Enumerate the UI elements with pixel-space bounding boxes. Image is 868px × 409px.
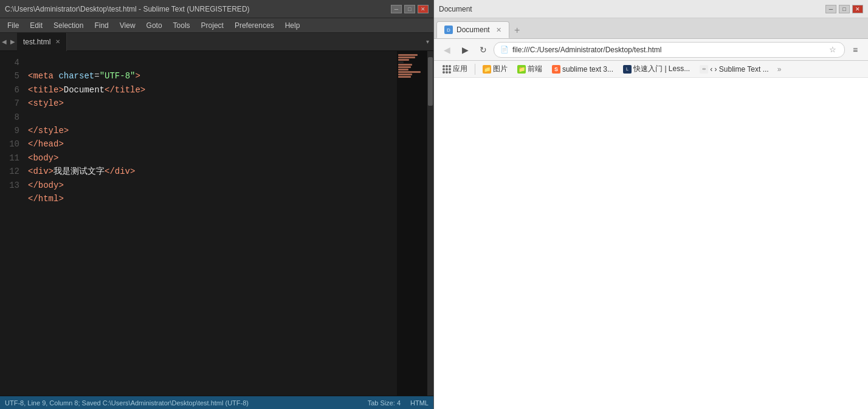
browser-title-text: Document <box>439 5 472 13</box>
menu-goto[interactable]: Goto <box>142 20 167 31</box>
statusbar-tabsize: Tab Size: 4 <box>368 399 401 407</box>
sublime-statusbar: UTF-8, Line 9, Column 8; Saved C:\Users\… <box>0 396 433 409</box>
bookmark-less-label: 快速入门 | Less... <box>633 64 690 74</box>
address-actions: ☆ <box>827 44 838 55</box>
address-file-icon: 📄 <box>500 46 509 53</box>
apps-grid-icon <box>443 65 451 74</box>
code-content[interactable]: <meta charset="UTF-8"> <title>Document</… <box>26 51 397 396</box>
browser-tab-title: Document <box>456 26 490 34</box>
sublime-window-controls: ─ □ ✕ <box>391 5 429 13</box>
bookmark-sublime3-icon: S <box>552 65 560 74</box>
sublime-tab-testhtml[interactable]: test.html ✕ <box>17 33 67 51</box>
browser-new-tab-button[interactable]: + <box>509 22 525 38</box>
line-numbers-gutter: 4 5 6 7 8 9 10 11 12 13 <box>0 51 26 396</box>
bookmark-sublime-text[interactable]: ‹› ‹ › Sublime Text ... <box>696 64 772 75</box>
sublime-tabbar: ◀ ▶ test.html ✕ ▾ <box>0 33 433 51</box>
bookmark-sublime3-label: sublime text 3... <box>562 65 613 74</box>
browser-content-area <box>434 78 868 409</box>
address-text: file:///C:/Users/Administrator/Desktop/t… <box>512 46 824 54</box>
tab-prev-button[interactable]: ◀ <box>0 33 9 51</box>
menu-project[interactable]: Project <box>196 20 229 31</box>
scrollbar-thumb[interactable] <box>428 57 433 106</box>
bookmark-frontend[interactable]: 📁 前端 <box>514 63 546 75</box>
browser-forward-button[interactable]: ▶ <box>457 42 473 58</box>
menu-tools[interactable]: Tools <box>168 20 195 31</box>
statusbar-syntax: HTML <box>410 399 429 407</box>
browser-close-button[interactable]: ✕ <box>852 5 863 13</box>
browser-window-controls: ─ □ ✕ <box>825 5 863 13</box>
browser-minimize-button[interactable]: ─ <box>825 5 836 13</box>
address-bar[interactable]: 📄 file:///C:/Users/Administrator/Desktop… <box>494 42 845 58</box>
minimap <box>397 51 427 396</box>
bookmark-pictures[interactable]: 📁 图片 <box>479 63 511 75</box>
bookmark-less[interactable]: L 快速入门 | Less... <box>619 63 694 75</box>
apps-button[interactable]: 应用 <box>439 63 471 75</box>
browser-tabbar: D Document ✕ + <box>434 18 868 39</box>
browser-refresh-button[interactable]: ↻ <box>475 42 491 58</box>
browser-titlebar: Document ─ □ ✕ <box>434 0 868 18</box>
bookmark-divider-1 <box>475 64 475 75</box>
bookmark-sublime3[interactable]: S sublime text 3... <box>548 64 617 75</box>
browser-maximize-button[interactable]: □ <box>839 5 850 13</box>
bookmark-frontend-icon: 📁 <box>517 65 526 74</box>
browser-navbar: ◀ ▶ ↻ 📄 file:///C:/Users/Administrator/D… <box>434 39 868 61</box>
menu-find[interactable]: Find <box>89 20 113 31</box>
menu-edit[interactable]: Edit <box>25 20 47 31</box>
sublime-text-window: C:\Users\Administrator\Desktop\test.html… <box>0 0 434 409</box>
menu-preferences[interactable]: Preferences <box>230 20 279 31</box>
menu-view[interactable]: View <box>115 20 140 31</box>
bookmark-frontend-label: 前端 <box>528 64 542 74</box>
browser-tab-document[interactable]: D Document ✕ <box>436 21 509 38</box>
browser-bookmark-star[interactable]: ☆ <box>827 44 838 55</box>
tab-label: test.html <box>23 38 50 46</box>
bookmarks-bar: 应用 📁 图片 📁 前端 S sublime text 3... L 快速入门 … <box>434 61 868 78</box>
statusbar-info: UTF-8, Line 9, Column 8; Saved C:\Users\… <box>5 399 358 407</box>
tab-next-button[interactable]: ▶ <box>9 33 17 51</box>
bookmark-less-icon: L <box>623 65 632 74</box>
code-scrollbar[interactable] <box>427 51 433 396</box>
browser-window: Document ─ □ ✕ D Document ✕ + ◀ ▶ ↻ 📄 fi… <box>434 0 868 409</box>
bookmark-sublime-text-icon: ‹› <box>700 65 708 74</box>
browser-tab-favicon: D <box>444 26 453 34</box>
sublime-minimize-button[interactable]: ─ <box>391 5 402 13</box>
code-editor-area[interactable]: 4 5 6 7 8 9 10 11 12 13 <meta charset="U… <box>0 51 433 396</box>
sublime-titlebar: C:\Users\Administrator\Desktop\test.html… <box>0 0 433 18</box>
tab-close-button[interactable]: ✕ <box>55 38 60 45</box>
bookmarks-more-button[interactable]: » <box>775 64 784 75</box>
sublime-menubar: File Edit Selection Find View Goto Tools… <box>0 18 433 33</box>
bookmark-pictures-label: 图片 <box>493 64 508 74</box>
menu-selection[interactable]: Selection <box>49 20 88 31</box>
sublime-title-text: C:\Users\Administrator\Desktop\test.html… <box>5 5 250 13</box>
sublime-maximize-button[interactable]: □ <box>404 5 415 13</box>
browser-menu-button[interactable]: ≡ <box>847 42 863 58</box>
tab-dropdown-button[interactable]: ▾ <box>421 33 433 51</box>
sublime-close-button[interactable]: ✕ <box>418 5 429 13</box>
browser-back-button[interactable]: ◀ <box>439 42 455 58</box>
menu-file[interactable]: File <box>2 20 24 31</box>
bookmark-pictures-icon: 📁 <box>483 65 491 74</box>
menu-help[interactable]: Help <box>280 20 305 31</box>
apps-label: 应用 <box>453 64 467 74</box>
browser-tab-close[interactable]: ✕ <box>496 26 501 34</box>
bookmark-sublime-text-label: ‹ › Sublime Text ... <box>710 65 768 74</box>
